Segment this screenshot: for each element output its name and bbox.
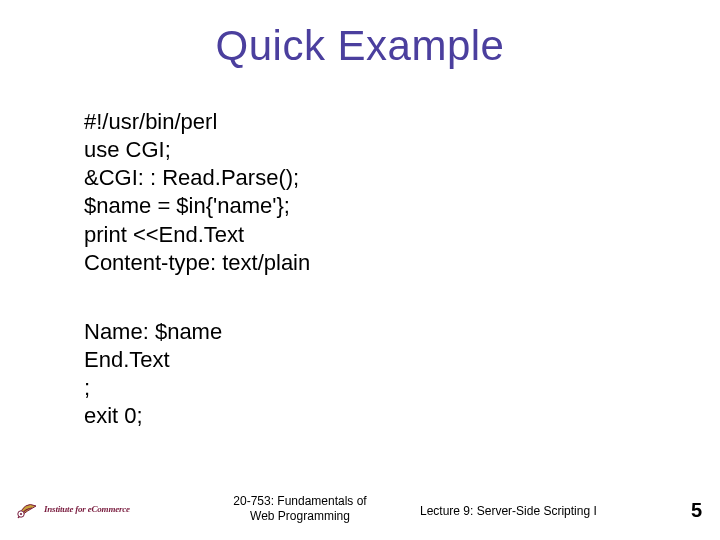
footer-lecture: Lecture 9: Server-Side Scripting I — [420, 504, 597, 518]
code-line: #!/usr/bin/perl — [84, 108, 310, 136]
logo-icon — [14, 496, 40, 522]
svg-point-1 — [20, 513, 22, 515]
code-line: Content-type: text/plain — [84, 249, 310, 277]
code-line: ; — [84, 374, 222, 402]
footer: Institute for eCommerce 20-753: Fundamen… — [0, 482, 720, 528]
code-line: exit 0; — [84, 402, 222, 430]
slide: Quick Example #!/usr/bin/perl use CGI; &… — [0, 0, 720, 540]
code-line: End.Text — [84, 346, 222, 374]
code-line: use CGI; — [84, 136, 310, 164]
footer-course: 20-753: Fundamentals of Web Programming — [210, 494, 390, 524]
code-block-2: Name: $name End.Text ; exit 0; — [84, 318, 222, 431]
code-line: $name = $in{'name'}; — [84, 192, 310, 220]
logo: Institute for eCommerce — [14, 496, 130, 522]
slide-title: Quick Example — [0, 22, 720, 70]
footer-course-line: 20-753: Fundamentals of — [210, 494, 390, 509]
code-line: &CGI: : Read.Parse(); — [84, 164, 310, 192]
code-block-1: #!/usr/bin/perl use CGI; &CGI: : Read.Pa… — [84, 108, 310, 277]
code-line: Name: $name — [84, 318, 222, 346]
code-line: print <<End.Text — [84, 221, 310, 249]
footer-course-line: Web Programming — [210, 509, 390, 524]
logo-text: Institute for eCommerce — [44, 504, 130, 514]
page-number: 5 — [691, 499, 702, 522]
